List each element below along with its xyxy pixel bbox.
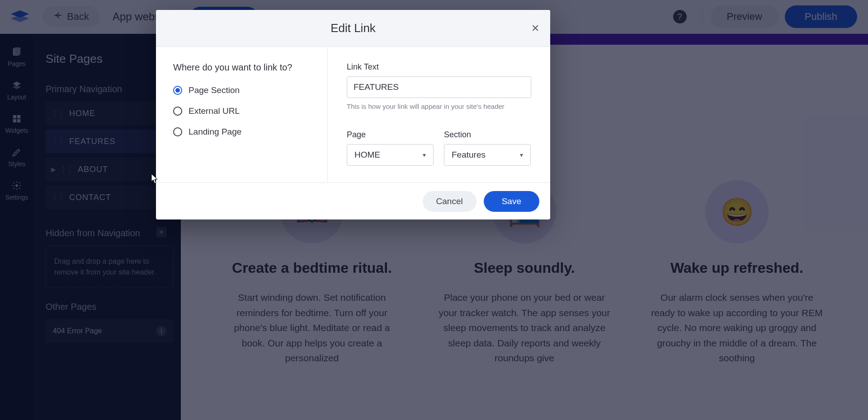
link-text-hint: This is how your link will appear in you…	[347, 103, 531, 110]
radio-label: Landing Page	[189, 127, 241, 137]
radio-icon	[173, 107, 182, 116]
link-text-input[interactable]	[347, 76, 531, 98]
chevron-down-icon: ▾	[423, 151, 426, 159]
chevron-down-icon: ▾	[520, 151, 523, 159]
radio-label: External URL	[189, 106, 240, 116]
radio-landing-page[interactable]: Landing Page	[173, 127, 310, 137]
page-select-value: HOME	[354, 150, 380, 160]
radio-icon	[173, 127, 182, 136]
section-select-value: Features	[452, 150, 486, 160]
close-icon[interactable]: ✕	[531, 23, 539, 34]
radio-page-section[interactable]: Page Section	[173, 85, 310, 95]
page-select[interactable]: HOME ▾	[347, 144, 434, 166]
radio-external-url[interactable]: External URL	[173, 106, 310, 116]
modal-header: Edit Link ✕	[156, 10, 550, 47]
link-text-label: Link Text	[347, 62, 531, 72]
link-target-question: Where do you want to link to?	[173, 62, 310, 73]
radio-icon	[173, 86, 182, 95]
page-select-label: Page	[347, 130, 434, 140]
cancel-button[interactable]: Cancel	[423, 191, 476, 212]
modal-footer: Cancel Save	[156, 182, 550, 219]
save-button[interactable]: Save	[484, 191, 539, 212]
edit-link-modal: Edit Link ✕ Where do you want to link to…	[156, 10, 550, 219]
section-select-label: Section	[444, 130, 531, 140]
section-select[interactable]: Features ▾	[444, 144, 531, 166]
modal-title: Edit Link	[330, 21, 376, 35]
radio-label: Page Section	[189, 85, 240, 95]
link-target-panel: Where do you want to link to? Page Secti…	[156, 47, 328, 182]
link-settings-panel: Link Text This is how your link will app…	[328, 47, 550, 182]
